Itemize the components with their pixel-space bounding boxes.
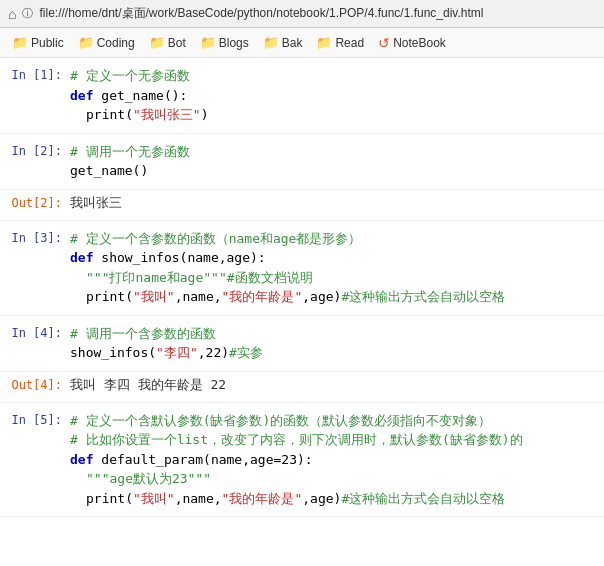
notebook-icon: ↺: [378, 35, 390, 51]
bookmarks-bar: 📁Public📁Coding📁Bot📁Blogs📁Bak📁Read↺NoteBo…: [0, 28, 604, 58]
lock-icon: ⓘ: [22, 6, 33, 21]
public-icon: 📁: [12, 35, 28, 50]
blogs-label: Blogs: [219, 36, 249, 50]
cell-content-4: # 调用一个含参数的函数show_infos("李四",22)#实参: [70, 324, 604, 363]
output-text-2: 我叫张三: [70, 194, 122, 212]
bookmark-item-notebook[interactable]: ↺NoteBook: [372, 33, 452, 53]
bookmark-item-public[interactable]: 📁Public: [6, 33, 70, 52]
cell-content-3: # 定义一个含参数的函数（name和age都是形参）def show_infos…: [70, 229, 604, 307]
bookmark-item-coding[interactable]: 📁Coding: [72, 33, 141, 52]
bookmark-item-blogs[interactable]: 📁Blogs: [194, 33, 255, 52]
comment-line: # 调用一个无参函数: [70, 142, 604, 162]
code-line: def show_infos(name,age):: [70, 248, 604, 268]
comment-line: # 定义一个无参函数: [70, 66, 604, 86]
public-label: Public: [31, 36, 64, 50]
input-cell-6: In [5]:# 定义一个含默认参数(缺省参数)的函数（默认参数必须指向不变对象…: [0, 403, 604, 518]
url-text[interactable]: file:///home/dnt/桌面/work/BaseCode/python…: [39, 5, 483, 22]
read-icon: 📁: [316, 35, 332, 50]
coding-icon: 📁: [78, 35, 94, 50]
blogs-icon: 📁: [200, 35, 216, 50]
notebook: In [1]:# 定义一个无参函数def get_name():print("我…: [0, 58, 604, 517]
read-label: Read: [335, 36, 364, 50]
input-cell-3: In [3]:# 定义一个含参数的函数（name和age都是形参）def sho…: [0, 221, 604, 316]
cell-label-4: In [4]:: [0, 324, 70, 363]
code-line: get_name(): [70, 161, 604, 181]
output-label-2: Out[2]:: [0, 194, 70, 212]
cell-label-0: In [1]:: [0, 66, 70, 125]
bookmark-item-read[interactable]: 📁Read: [310, 33, 370, 52]
home-icon: ⌂: [8, 6, 16, 22]
coding-label: Coding: [97, 36, 135, 50]
output-text-5: 我叫 李四 我的年龄是 22: [70, 376, 226, 394]
cell-content-0: # 定义一个无参函数def get_name():print("我叫张三"): [70, 66, 604, 125]
bot-icon: 📁: [149, 35, 165, 50]
cell-label-6: In [5]:: [0, 411, 70, 509]
cell-content-6: # 定义一个含默认参数(缺省参数)的函数（默认参数必须指向不变对象）# 比如你设…: [70, 411, 604, 509]
input-cell-1: In [2]:# 调用一个无参函数get_name(): [0, 134, 604, 190]
notebook-label: NoteBook: [393, 36, 446, 50]
comment-line: # 比如你设置一个list，改变了内容，则下次调用时，默认参数(缺省参数)的: [70, 430, 604, 450]
address-bar: ⌂ ⓘ file:///home/dnt/桌面/work/BaseCode/py…: [0, 0, 604, 28]
comment-line: # 调用一个含参数的函数: [70, 324, 604, 344]
bookmark-item-bak[interactable]: 📁Bak: [257, 33, 309, 52]
bak-icon: 📁: [263, 35, 279, 50]
code-line: print("我叫",name,"我的年龄是",age)#这种输出方式会自动以空…: [86, 489, 604, 509]
comment-line: # 定义一个含默认参数(缺省参数)的函数（默认参数必须指向不变对象）: [70, 411, 604, 431]
cell-label-3: In [3]:: [0, 229, 70, 307]
docstring-line: """age默认为23""": [86, 469, 604, 489]
bookmark-item-bot[interactable]: 📁Bot: [143, 33, 192, 52]
cell-label-1: In [2]:: [0, 142, 70, 181]
output-cell-5: Out[4]:我叫 李四 我的年龄是 22: [0, 372, 604, 403]
output-cell-2: Out[2]:我叫张三: [0, 190, 604, 221]
output-label-5: Out[4]:: [0, 376, 70, 394]
code-line: def default_param(name,age=23):: [70, 450, 604, 470]
input-cell-0: In [1]:# 定义一个无参函数def get_name():print("我…: [0, 58, 604, 134]
docstring-line: """打印name和age"""#函数文档说明: [86, 268, 604, 288]
code-line: show_infos("李四",22)#实参: [70, 343, 604, 363]
code-line: print("我叫",name,"我的年龄是",age)#这种输出方式会自动以空…: [86, 287, 604, 307]
cell-content-1: # 调用一个无参函数get_name(): [70, 142, 604, 181]
code-line: def get_name():: [70, 86, 604, 106]
input-cell-4: In [4]:# 调用一个含参数的函数show_infos("李四",22)#实…: [0, 316, 604, 372]
bot-label: Bot: [168, 36, 186, 50]
comment-line: # 定义一个含参数的函数（name和age都是形参）: [70, 229, 604, 249]
bak-label: Bak: [282, 36, 303, 50]
code-line: print("我叫张三"): [86, 105, 604, 125]
